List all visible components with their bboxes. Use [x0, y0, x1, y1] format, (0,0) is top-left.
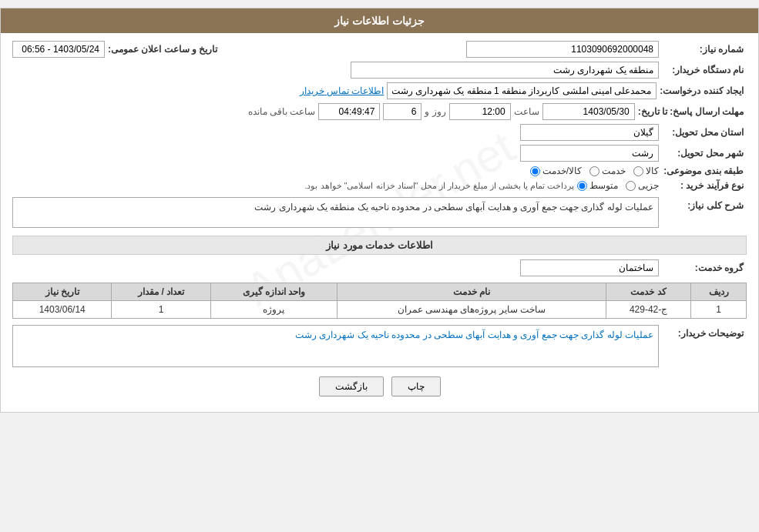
mohlat-remaining-input[interactable]: [318, 103, 380, 120]
mohlat-rooz-input[interactable]: [383, 103, 421, 120]
shomare-niaz-input[interactable]: [466, 41, 659, 58]
button-group: چاپ بازگشت: [12, 376, 747, 396]
tabaqe-kala-item: کالا: [633, 166, 659, 176]
tarikh-input[interactable]: [12, 41, 105, 58]
col-vahed: واحد اندازه گیری: [210, 283, 337, 301]
tabaqe-kalakhedmat-label: کالا/خدمت: [542, 166, 582, 176]
mohlat-label: مهلت ارسال پاسخ: تا تاریخ:: [638, 106, 747, 117]
row-toseif: توضیحات خریدار: عملیات لوله گذاری جهت جم…: [12, 325, 747, 367]
table-cell: 1403/06/14: [13, 301, 112, 319]
khadamat-table: ردیف کد خدمت نام خدمت واحد اندازه گیری ت…: [12, 283, 747, 319]
group-label: گروه خدمت:: [662, 263, 747, 273]
table-body: 1ج-42-429ساخت سایر پروژه‌های مهندسی عمرا…: [13, 301, 747, 319]
group-input[interactable]: [520, 259, 659, 276]
mohlat-rooz-label: روز و: [425, 106, 445, 117]
table-header: ردیف کد خدمت نام خدمت واحد اندازه گیری ت…: [13, 283, 747, 301]
row-sharh: شرح کلی نیاز: عملیات لوله گذاری جهت جمع …: [12, 197, 747, 228]
content-inner: شماره نیاز: تاریخ و ساعت اعلان عمومی: نا…: [12, 41, 747, 396]
ijad-input[interactable]: [387, 82, 657, 99]
noe-jozi-radio[interactable]: [626, 181, 636, 191]
table-cell: 1: [112, 301, 210, 319]
noe-jozi-label: جزیی: [638, 180, 659, 191]
shahr-label: شهر محل تحویل:: [662, 148, 747, 159]
row-namdastgah: نام دستگاه خریدار:: [12, 62, 747, 79]
tarikh-label: تاریخ و ساعت اعلان عمومی:: [108, 44, 220, 55]
table-cell: 1: [691, 301, 747, 319]
row-ostan: استان محل تحویل:: [12, 124, 747, 141]
sharh-label: شرح کلی نیاز:: [662, 197, 747, 211]
page-header: جزئیات اطلاعات نیاز: [1, 8, 758, 33]
watermark-wrapper: AnaLender.net شماره نیاز: تاریخ و ساعت ا…: [12, 41, 747, 396]
row-tabaqe: طبقه بندی موضوعی: کالا خدمت کالا/خدمت: [12, 166, 747, 176]
row-mohlat: مهلت ارسال پاسخ: تا تاریخ: ساعت روز و سا…: [12, 103, 747, 120]
btn-chap[interactable]: چاپ: [391, 376, 441, 396]
mohlat-date-input[interactable]: [542, 103, 635, 120]
row-shahr: شهر محل تحویل:: [12, 145, 747, 162]
btn-bazgasht[interactable]: بازگشت: [319, 376, 384, 396]
shomare-niaz-label: شماره نیاز:: [662, 44, 747, 55]
tamas-khardar-link[interactable]: اطلاعات تماس خریدار: [300, 85, 385, 96]
page-title: جزئیات اطلاعات نیاز: [334, 15, 425, 27]
ostan-input[interactable]: [520, 124, 659, 141]
col-tedad: تعداد / مقدار: [112, 283, 210, 301]
row-shomare: شماره نیاز: تاریخ و ساعت اعلان عمومی:: [12, 41, 747, 58]
noe-farayand-radio-group: جزیی متوسط: [577, 180, 659, 191]
col-tarikh: تاریخ نیاز: [13, 283, 112, 301]
header-row: ردیف کد خدمت نام خدمت واحد اندازه گیری ت…: [13, 283, 747, 301]
noe-motavaset-radio[interactable]: [577, 181, 587, 191]
mohlat-remaining-label: ساعت باقی مانده: [248, 106, 316, 117]
ijad-label: ایجاد کننده درخواست:: [660, 85, 747, 96]
namdastgah-label: نام دستگاه خریدار:: [662, 65, 747, 75]
mohlat-saat-label: ساعت: [514, 106, 539, 117]
row-group-khedmat: گروه خدمت:: [12, 259, 747, 276]
content-area: AnaLender.net شماره نیاز: تاریخ و ساعت ا…: [1, 33, 758, 412]
tabaqe-khedmat-radio[interactable]: [589, 166, 599, 176]
page-wrapper: جزئیات اطلاعات نیاز AnaLender.net شماره …: [0, 8, 759, 413]
sharh-value: عملیات لوله گذاری جهت جمع آوری و هدایت آ…: [12, 197, 659, 228]
tabaqe-kala-label: کالا: [646, 166, 659, 176]
toseif-label: توضیحات خریدار:: [662, 325, 747, 339]
tabaqe-kalakhedmat-radio[interactable]: [530, 166, 540, 176]
col-kod: کد خدمت: [606, 283, 691, 301]
noe-motavaset-label: متوسط: [589, 180, 618, 191]
tabaqe-kalakhedmat-item: کالا/خدمت: [530, 166, 582, 176]
tabaqe-khedmat-item: خدمت: [589, 166, 626, 176]
section-khadamat-title: اطلاعات خدمات مورد نیاز: [12, 236, 747, 255]
row-noe-farayand: نوع فرآیند خرید : جزیی متوسط پرداخت تمام…: [12, 180, 747, 191]
ostan-label: استان محل تحویل:: [662, 127, 747, 138]
noe-farayand-note: پرداخت تمام یا بخشی از مبلغ خریدار از مح…: [304, 181, 574, 191]
khadamat-table-container: ردیف کد خدمت نام خدمت واحد اندازه گیری ت…: [12, 283, 747, 319]
col-radif: ردیف: [691, 283, 747, 301]
noe-motavaset-item: متوسط: [577, 180, 618, 191]
table-row: 1ج-42-429ساخت سایر پروژه‌های مهندسی عمرا…: [13, 301, 747, 319]
table-cell: پروژه: [210, 301, 337, 319]
row-ijad: ایجاد کننده درخواست: اطلاعات تماس خریدار: [12, 82, 747, 99]
shahr-input[interactable]: [520, 145, 659, 162]
col-nam: نام خدمت: [338, 283, 606, 301]
noe-jozi-item: جزیی: [626, 180, 659, 191]
table-cell: ساخت سایر پروژه‌های مهندسی عمران: [338, 301, 606, 319]
tabaqe-khedmat-label: خدمت: [602, 166, 626, 176]
tabaqe-kala-radio[interactable]: [633, 166, 643, 176]
toseif-box: عملیات لوله گذاری جهت جمع آوری و هدایت آ…: [12, 325, 659, 367]
namdastgah-input[interactable]: [351, 62, 659, 79]
tabaqe-label: طبقه بندی موضوعی:: [662, 166, 747, 176]
noe-farayand-label: نوع فرآیند خرید :: [662, 180, 747, 191]
tabaqe-radio-group: کالا خدمت کالا/خدمت: [530, 166, 659, 176]
mohlat-saat-input[interactable]: [449, 103, 511, 120]
toseif-text: عملیات لوله گذاری جهت جمع آوری و هدایت آ…: [295, 330, 653, 340]
table-cell: ج-42-429: [606, 301, 691, 319]
